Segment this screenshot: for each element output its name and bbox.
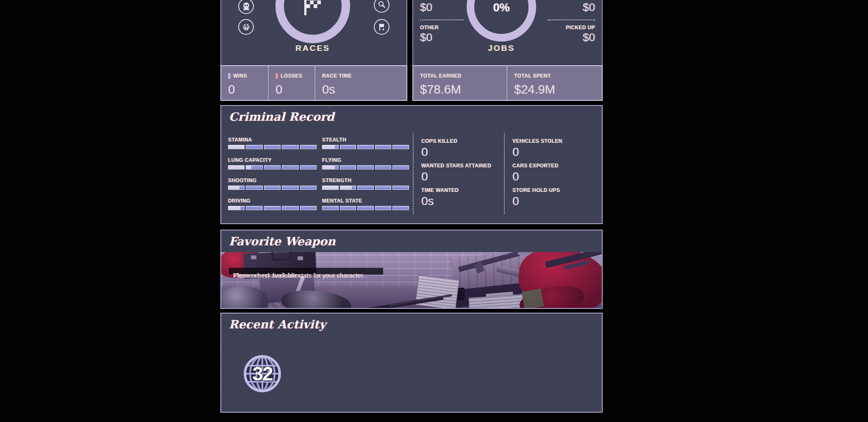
- checkpoint-flag-icon[interactable]: [374, 19, 389, 35]
- divider: [413, 133, 414, 214]
- skill-label: LUNG CAPACITY: [228, 157, 317, 163]
- rank-badge: 32: [243, 355, 281, 393]
- counter-label: WANTED STARS ATTAINED: [421, 163, 502, 169]
- jobs-chart-area: EARNED $0 OTHER $0 0% JOBS BANKED $0 PIC…: [412, 0, 603, 65]
- total-spent-label: TOTAL SPENT: [514, 73, 551, 79]
- picked-up-value: $0: [540, 31, 595, 44]
- skill-strength: STRENGTH: [322, 178, 409, 190]
- bar-segment: [282, 145, 298, 149]
- skill-bar: [322, 186, 409, 190]
- bar-segment: [282, 206, 298, 210]
- bar-segment: [246, 145, 262, 149]
- favorite-weapon-header: Favorite Weapon: [221, 230, 602, 252]
- bar-segment: [246, 165, 262, 169]
- bar-segment: [392, 186, 409, 190]
- bar-segment: [228, 145, 245, 149]
- skill-mental-state: MENTAL STATE: [322, 198, 409, 210]
- bar-fill: [323, 186, 338, 189]
- bar-segment: [322, 165, 339, 169]
- skill-bar: [228, 186, 317, 190]
- other-label: OTHER: [420, 25, 475, 31]
- picked-up-label: PICKED UP: [540, 25, 595, 31]
- bar-segment: [264, 206, 281, 210]
- races-caption: RACES: [275, 44, 350, 53]
- bar-fill: [323, 166, 335, 169]
- race-time-value: 0s: [322, 83, 406, 96]
- counter-label: CARS EXPORTED: [512, 163, 597, 169]
- divider: [420, 19, 464, 20]
- skill-bar: [322, 145, 409, 149]
- criminal-record-panel: Criminal Record STAMINA LUNG CAPACITY SH…: [220, 105, 603, 224]
- bar-segment: [322, 206, 339, 210]
- rank-badge-value: 32: [243, 355, 281, 393]
- social-club-stats-page: RACES WINS 0: [0, 0, 868, 422]
- bar-segment: [392, 145, 409, 149]
- skill-flying: FLYING: [322, 157, 409, 169]
- skill-label: MENTAL STATE: [322, 198, 409, 204]
- bar-segment: [392, 165, 409, 169]
- counter-label: TIME WANTED: [421, 187, 502, 193]
- counter-value: 0: [421, 170, 502, 183]
- bar-segment: [322, 145, 339, 149]
- counter-wanted-stars: WANTED STARS ATTAINED 0: [421, 163, 502, 183]
- counter-time-wanted: TIME WANTED 0s: [421, 187, 502, 208]
- races-summary-row: WINS 0 LOSSES 0 RACE TIME 0s: [220, 65, 407, 101]
- bar-segment: [282, 165, 298, 169]
- bar-fill: [340, 186, 352, 189]
- jobs-breakdown-right: BANKED $0 PICKED UP $0: [540, 0, 595, 44]
- skill-label: DRIVING: [228, 198, 317, 204]
- bar-segment: [340, 145, 356, 149]
- counter-label: STORE HOLD UPS: [512, 187, 597, 193]
- counter-vehicles-stolen: VEHICLES STOLEN 0: [512, 138, 597, 159]
- bar-segment: [375, 145, 392, 149]
- skill-bar: [322, 206, 409, 210]
- bar-segment: [357, 186, 374, 190]
- bar-segment: [340, 165, 356, 169]
- criminal-record-title: Criminal Record: [229, 110, 334, 123]
- bar-segment: [300, 145, 317, 149]
- jobs-summary-row: TOTAL EARNED $78.6M TOTAL SPENT $24.9M: [412, 65, 603, 101]
- counters-column-2: VEHICLES STOLEN 0 CARS EXPORTED 0 STORE …: [512, 138, 597, 212]
- skills-column-2: STEALTH FLYING STRENGTH MENTAL STATE: [322, 137, 409, 218]
- search-icon[interactable]: [374, 0, 389, 13]
- skill-bar: [228, 165, 317, 169]
- skull-icon[interactable]: [238, 0, 254, 14]
- bar-segment: [282, 186, 298, 190]
- skill-driving: DRIVING: [228, 198, 317, 210]
- bar-segment: [264, 145, 281, 149]
- bar-fill: [323, 145, 335, 149]
- wins-chip: [228, 73, 231, 79]
- races-panel: RACES WINS 0: [220, 0, 407, 101]
- bar-segment: [300, 165, 317, 169]
- bar-segment: [228, 165, 245, 169]
- skill-label: STAMINA: [228, 137, 317, 143]
- favorite-weapon-photo: There are no available stats for your ch…: [221, 252, 602, 308]
- skill-stealth: STEALTH: [322, 137, 409, 149]
- races-chart-area: RACES: [220, 0, 407, 65]
- counters-column-1: COPS KILLED 0 WANTED STARS ATTAINED 0 TI…: [421, 138, 502, 212]
- skill-stamina: STAMINA: [228, 137, 317, 149]
- bar-fill: [228, 166, 244, 169]
- recent-activity-panel: Recent Activity 32: [220, 313, 603, 413]
- counter-value: 0: [421, 145, 502, 159]
- jobs-panel: EARNED $0 OTHER $0 0% JOBS BANKED $0 PIC…: [412, 0, 603, 101]
- races-losses-stat: LOSSES 0: [268, 66, 314, 100]
- bar-segment: [375, 206, 392, 210]
- races-racetime-stat: RACE TIME 0s: [314, 66, 406, 100]
- bar-segment: [357, 206, 374, 210]
- divider: [548, 19, 595, 20]
- other-value: $0: [420, 31, 475, 44]
- bar-segment: [392, 206, 409, 210]
- counter-value: 0: [512, 170, 597, 183]
- skill-bar: [228, 206, 317, 210]
- bar-segment: [264, 186, 281, 190]
- parachute-icon[interactable]: [238, 19, 254, 35]
- banked-value: $0: [540, 1, 595, 14]
- banked-label: BANKED: [540, 0, 595, 0]
- skill-label: STEALTH: [322, 137, 409, 143]
- skill-label: STRENGTH: [322, 178, 409, 183]
- total-spent-value: $24.9M: [514, 83, 602, 96]
- favorite-weapon-title: Favorite Weapon: [229, 235, 336, 248]
- skills-column-1: STAMINA LUNG CAPACITY SHOOTING DRIVING: [228, 137, 317, 218]
- bar-segment: [340, 206, 356, 210]
